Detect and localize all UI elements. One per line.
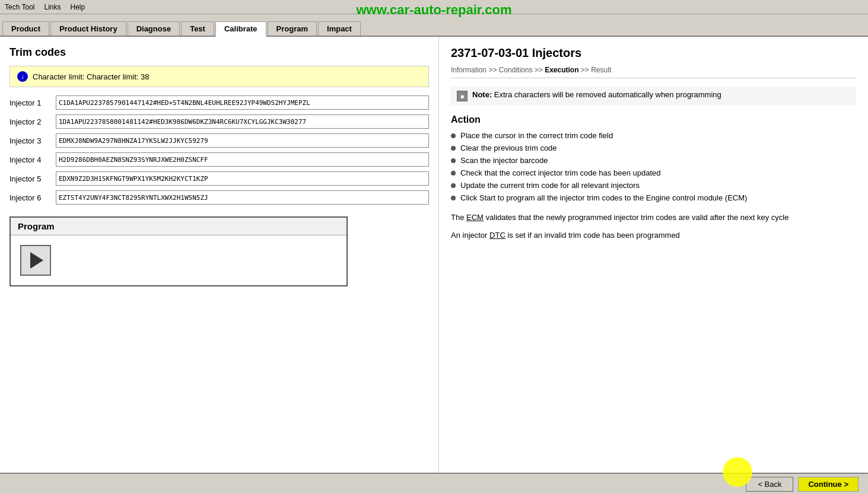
injector-row-5: Injector 5 xyxy=(9,171,429,186)
injector-row-2: Injector 2 xyxy=(9,114,429,129)
program-box: Program xyxy=(9,216,348,286)
left-panel: Trim codes ↓ Character limit: Character … xyxy=(0,37,439,473)
alert-icon: ↓ xyxy=(17,71,28,82)
breadcrumb-sep-3: >> xyxy=(581,66,591,74)
breadcrumb-sep-1: >> xyxy=(488,66,498,74)
injector-1-label: Injector 1 xyxy=(9,98,51,107)
program-box-title: Program xyxy=(11,218,346,235)
breadcrumb-sep-2: >> xyxy=(535,66,545,74)
injector-row-6: Injector 6 xyxy=(9,190,429,205)
tab-product-history[interactable]: Product History xyxy=(50,21,126,36)
injector-4-input[interactable] xyxy=(56,152,429,167)
play-button[interactable] xyxy=(20,245,51,276)
tab-impact[interactable]: Impact xyxy=(318,21,361,36)
tab-test[interactable]: Test xyxy=(181,21,214,36)
injector-5-input[interactable] xyxy=(56,171,429,186)
dtc-link: DTC xyxy=(489,231,505,240)
continue-button[interactable]: Continue > xyxy=(798,477,859,492)
breadcrumb: Information >> Conditions >> Execution >… xyxy=(451,66,856,78)
breadcrumb-result: Result xyxy=(591,66,611,74)
menu-tech-tool[interactable]: Tech Tool xyxy=(5,3,34,11)
injector-row-1: Injector 1 xyxy=(9,95,429,110)
ecm-link: ECM xyxy=(466,213,484,222)
back-button[interactable]: < Back xyxy=(746,477,793,492)
menu-links[interactable]: Links xyxy=(44,3,61,11)
bullet-3 xyxy=(451,158,456,163)
action-item-1: Place the cursor in the correct trim cod… xyxy=(451,131,856,140)
note-icon: ■ xyxy=(457,91,468,101)
info-text-2: An injector DTC is set if an invalid tri… xyxy=(451,230,856,241)
bullet-2 xyxy=(451,146,456,151)
menubar: Tech Tool Links Help www.car-auto-repair… xyxy=(0,0,868,14)
right-panel: 2371-07-03-01 Injectors Information >> C… xyxy=(439,37,868,473)
program-box-body xyxy=(11,235,346,285)
menu-help[interactable]: Help xyxy=(71,3,85,11)
breadcrumb-information: Information xyxy=(451,66,487,74)
bottom-bar: < Back Continue > xyxy=(0,473,868,494)
action-list: Place the cursor in the correct trim cod… xyxy=(451,131,856,202)
action-item-4: Check that the correct injector trim cod… xyxy=(451,168,856,177)
note-text: Note: Extra characters will be removed a… xyxy=(472,90,721,99)
action-item-2: Clear the previous trim code xyxy=(451,144,856,152)
character-limit-alert: ↓ Character limit: Character limit: 38 xyxy=(9,66,429,87)
play-icon xyxy=(30,252,43,269)
injector-1-input[interactable] xyxy=(56,95,429,110)
injector-2-input[interactable] xyxy=(56,114,429,129)
action-item-6: Click Start to program all the injector … xyxy=(451,193,856,202)
nav-tabs: Product Product History Diagnose Test Ca… xyxy=(0,14,868,37)
breadcrumb-execution: Execution xyxy=(545,66,578,74)
injector-3-input[interactable] xyxy=(56,133,429,148)
tab-product[interactable]: Product xyxy=(2,21,49,36)
alert-text: Character limit: Character limit: 38 xyxy=(33,72,150,81)
right-title: 2371-07-03-01 Injectors xyxy=(451,46,856,60)
injector-row-3: Injector 3 xyxy=(9,133,429,148)
tab-calibrate[interactable]: Calibrate xyxy=(215,21,266,37)
injector-3-label: Injector 3 xyxy=(9,136,51,145)
injector-6-input[interactable] xyxy=(56,190,429,205)
action-item-3: Scan the injector barcode xyxy=(451,156,856,165)
action-title: Action xyxy=(451,114,856,125)
main-content: Trim codes ↓ Character limit: Character … xyxy=(0,37,868,473)
tab-diagnose[interactable]: Diagnose xyxy=(128,21,180,36)
injector-6-label: Injector 6 xyxy=(9,193,51,202)
bullet-5 xyxy=(451,183,456,188)
breadcrumb-conditions: Conditions xyxy=(499,66,533,74)
injector-2-label: Injector 2 xyxy=(9,117,51,126)
injector-row-4: Injector 4 xyxy=(9,152,429,167)
bullet-6 xyxy=(451,196,456,200)
tab-program[interactable]: Program xyxy=(268,21,317,36)
action-item-5: Update the current trim code for all rel… xyxy=(451,181,856,190)
injector-5-label: Injector 5 xyxy=(9,174,51,183)
trim-codes-title: Trim codes xyxy=(9,46,429,59)
injector-4-label: Injector 4 xyxy=(9,155,51,164)
bullet-1 xyxy=(451,133,456,138)
note-box: ■ Note: Extra characters will be removed… xyxy=(451,87,856,105)
bullet-4 xyxy=(451,171,456,176)
info-text-1: The ECM validates that the newly program… xyxy=(451,212,856,224)
